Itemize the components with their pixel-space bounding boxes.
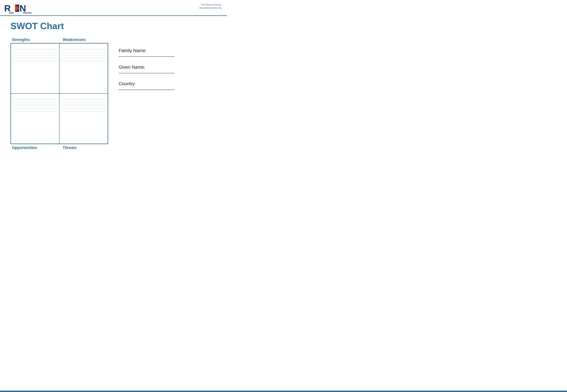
swot-bottom-labels: Opportunities Threats [11, 145, 108, 150]
cell-line [14, 49, 57, 49]
cell-line [14, 105, 57, 105]
header-contact: Prof. Roberto Verdone www.robertoverdone… [199, 3, 221, 10]
swot-cell-opportunities [11, 94, 59, 144]
cell-line [62, 49, 105, 49]
cell-line [14, 99, 57, 99]
cell-line [14, 55, 57, 55]
contact-line1: Prof. Roberto Verdone [199, 3, 221, 6]
label-opportunities: Opportunities [11, 145, 57, 150]
cell-line [14, 61, 57, 61]
swot-grid [11, 43, 108, 144]
family-name-field: Family Name: [119, 48, 220, 57]
swot-section: Strengths Weaknesses [11, 38, 108, 150]
cell-line [62, 99, 105, 99]
page-title: SWOT Chart [0, 16, 227, 38]
swot-top-labels: Strengths Weaknesses [11, 38, 108, 42]
label-threats: Threats [57, 145, 108, 150]
cell-line [14, 108, 57, 108]
label-weaknesses: Weaknesses [57, 38, 108, 42]
swot-cell-strengths [11, 43, 59, 94]
swot-cell-threats [59, 94, 108, 144]
country-label: Country: [119, 81, 220, 86]
family-name-label: Family Name: [119, 48, 220, 53]
swot-cell-weaknesses [59, 43, 108, 94]
cell-line [62, 58, 105, 58]
cell-line [14, 102, 57, 102]
contact-line2: www.robertoverdone.org [199, 6, 221, 9]
main-content: Strengths Weaknesses [0, 38, 227, 157]
given-name-underline [119, 73, 175, 73]
given-name-field: Given Name: [119, 64, 220, 73]
form-section: Family Name: Given Name: Country: [119, 38, 220, 150]
svg-text:adio: adio [9, 12, 14, 14]
cell-line [62, 105, 105, 105]
cell-line [62, 108, 105, 108]
given-name-label: Given Name: [119, 64, 220, 70]
cell-line [62, 55, 105, 55]
brand-logo: R N adio etworks [4, 3, 37, 14]
cell-line [62, 52, 105, 52]
cell-line [14, 52, 57, 52]
family-name-underline [119, 56, 175, 57]
svg-text:etworks: etworks [23, 12, 31, 14]
cell-line [62, 61, 105, 61]
cell-line [62, 102, 105, 102]
label-strengths: Strengths [11, 38, 57, 42]
country-underline [119, 90, 175, 90]
country-field: Country: [119, 81, 220, 90]
cell-line [14, 58, 57, 58]
header: R N adio etworks Prof. Roberto Verdone w… [0, 0, 227, 16]
